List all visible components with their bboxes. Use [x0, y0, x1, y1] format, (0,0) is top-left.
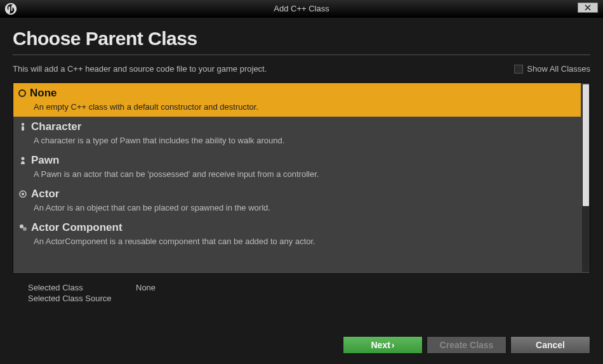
checkbox-icon	[514, 65, 523, 74]
cancel-button[interactable]: Cancel	[510, 336, 590, 354]
svg-point-5	[20, 224, 23, 228]
class-item[interactable]: CharacterA character is a type of Pawn t…	[13, 117, 581, 150]
close-icon	[585, 4, 591, 11]
scrollbar-thumb[interactable]	[583, 84, 589, 206]
class-name: Actor Component	[31, 221, 123, 234]
class-description: An Actor is an object that can be placed…	[18, 203, 576, 212]
divider	[13, 55, 590, 55]
class-list: NoneAn empty C++ class with a default co…	[13, 83, 581, 273]
description-row: This will add a C++ header and source co…	[13, 64, 590, 74]
radio-icon	[18, 89, 26, 97]
unreal-logo-icon	[4, 2, 18, 16]
dialog-window: Add C++ Class Choose Parent Class This w…	[0, 0, 603, 364]
next-button[interactable]: Next	[343, 336, 423, 354]
svg-point-4	[22, 193, 24, 195]
class-name: None	[30, 87, 57, 100]
svg-point-6	[23, 227, 27, 231]
dialog-content: Choose Parent Class This will add a C++ …	[0, 18, 603, 313]
selected-source-label: Selected Class Source	[28, 294, 136, 303]
close-button[interactable]	[578, 3, 598, 13]
class-type-icon	[18, 223, 27, 232]
class-list-container: NoneAn empty C++ class with a default co…	[13, 82, 590, 274]
selected-source-value	[136, 294, 590, 303]
selected-class-value: None	[136, 283, 590, 292]
window-title: Add C++ Class	[274, 4, 329, 13]
scrollbar[interactable]	[582, 84, 590, 272]
class-item[interactable]: NoneAn empty C++ class with a default co…	[13, 83, 581, 117]
class-name: Pawn	[31, 154, 59, 167]
selected-class-label: Selected Class	[28, 283, 136, 292]
create-class-button: Create Class	[427, 336, 507, 354]
class-type-icon	[18, 190, 27, 198]
class-description: An ActorComponent is a reusable componen…	[18, 237, 576, 246]
class-description: A Pawn is an actor that can be 'possesse…	[18, 169, 576, 179]
svg-point-0	[22, 123, 24, 126]
class-type-icon	[18, 122, 27, 131]
svg-rect-1	[22, 126, 24, 131]
selected-info: Selected Class None Selected Class Sourc…	[13, 283, 590, 303]
titlebar: Add C++ Class	[0, 0, 603, 18]
class-description: An empty C++ class with a default constr…	[18, 102, 576, 112]
class-item[interactable]: ActorAn Actor is an object that can be p…	[13, 184, 581, 218]
class-item[interactable]: PawnA Pawn is an actor that can be 'poss…	[13, 150, 581, 184]
footer-buttons: Next Create Class Cancel	[343, 336, 590, 354]
show-all-classes-toggle[interactable]: Show All Classes	[514, 64, 590, 74]
class-type-icon	[18, 156, 27, 165]
page-title: Choose Parent Class	[13, 28, 590, 49]
show-all-label: Show All Classes	[527, 64, 590, 74]
description-text: This will add a C++ header and source co…	[13, 64, 267, 74]
class-item[interactable]: Actor ComponentAn ActorComponent is a re…	[13, 218, 581, 251]
class-name: Actor	[31, 188, 59, 200]
class-description: A character is a type of Pawn that inclu…	[18, 136, 576, 145]
class-name: Character	[31, 120, 81, 133]
svg-point-2	[22, 157, 25, 160]
